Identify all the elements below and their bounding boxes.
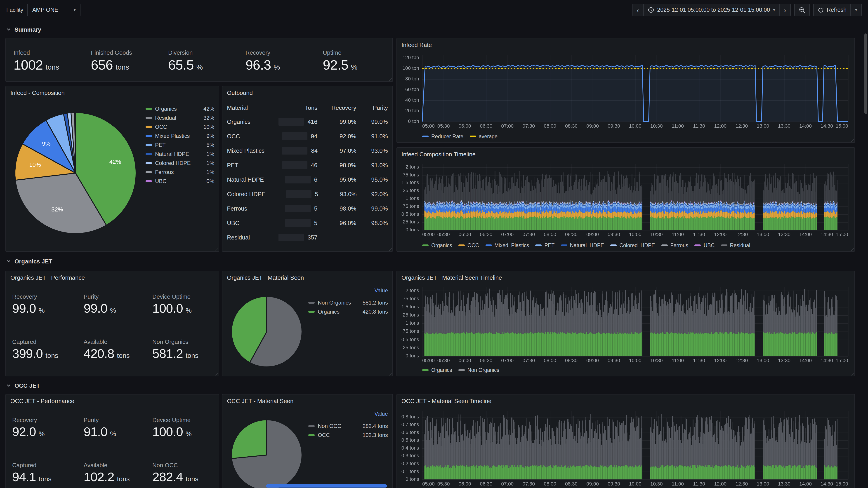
cell-purity: 93.0% [356,147,388,154]
legend-item[interactable]: Organics 42% [146,104,214,113]
legend-item[interactable]: Non Organics [458,366,499,374]
tons-bar-gauge [282,147,307,154]
legend-item[interactable]: UBC [694,242,715,249]
panel-title[interactable]: Outbound [227,90,253,96]
cell-recovery: 98.0% [317,162,356,168]
legend-item[interactable]: Ferrous [661,242,688,249]
cell-recovery: 97.0% [318,147,356,154]
table-header-row: Material Tons Recovery Purity [227,101,388,114]
legend-item[interactable]: UBC 0% [146,177,214,186]
legend-item[interactable]: OCC 10% [146,123,214,131]
cell-material: Residual [227,234,264,240]
tons-bar-gauge [285,204,311,212]
section-organics-jet[interactable]: Organics JET [6,256,53,266]
legend-item[interactable]: Colored HDPE 1% [146,159,214,168]
stat: Diversion 65.5 % [160,49,238,81]
stat-unit: % [274,63,280,71]
legend-swatch [485,245,492,246]
stat-value: 399.0 [12,347,43,361]
legend-value-header[interactable]: Value [308,411,388,417]
legend-item[interactable]: Residual 32% [146,113,214,123]
facility-select[interactable]: AMP ONE ▾ [27,4,81,16]
panel-title[interactable]: OCC JET - Material Seen Timeline [401,398,491,404]
legend-item[interactable]: Organics [422,366,452,374]
legend-item[interactable]: PET 5% [146,140,214,150]
tons-value: 94 [311,133,317,139]
panel-title[interactable]: Infeed Composition Timeline [401,151,475,158]
legend-label: PET [155,142,206,148]
legend-swatch [422,245,429,246]
stat-unit: % [196,63,203,71]
cell-recovery: 93.0% [318,191,357,197]
time-range-button[interactable]: 2025-12-01 05:00:00 to 2025-12-01 15:00:… [643,4,780,16]
organics-timeline-chart[interactable] [401,285,851,364]
column-header-recovery[interactable]: Recovery [317,104,356,111]
legend-swatch [661,245,668,246]
panel-title[interactable]: OCC JET - Material Seen [227,398,293,404]
legend-value: 1% [206,169,214,175]
column-header-purity[interactable]: Purity [356,104,388,111]
panel-title[interactable]: Organics JET - Material Seen Timeline [401,274,502,281]
legend-value-header[interactable]: Value [308,287,388,294]
pie-legend: Organics 42% Residual 32% OCC 10% Mixed … [146,104,214,186]
stat-unit: tons [117,475,130,483]
legend-item[interactable]: Natural HDPE 1% [146,150,214,159]
legend-item[interactable]: Non OCC 282.4 tons [308,422,388,431]
legend-item[interactable]: Mixed Plastics 9% [146,131,214,140]
infeed-rate-panel: Infeed Rate Reducer Rate average [397,38,855,143]
stat-label: Purity [84,417,152,423]
legend-item[interactable]: Natural_HDPE [561,242,604,249]
infeed-composition-pie-chart[interactable] [13,111,138,235]
legend-item[interactable]: average [470,133,498,140]
organics-material-seen-pie-chart[interactable] [230,295,304,369]
stat: Uptime 92.5 % [315,49,393,81]
occ-material-seen-pie-chart[interactable] [230,418,304,488]
legend-item[interactable]: Non Organics 581.2 tons [308,298,388,307]
legend-item[interactable]: Colored_HDPE [610,242,655,249]
occ-timeline-chart[interactable] [401,408,851,488]
stat-label: Captured [12,338,84,345]
panel-title[interactable]: Infeed - Composition [10,90,65,96]
stat-label: Device Uptime [152,293,214,300]
legend-item[interactable]: Organics [422,242,452,249]
stat: Infeed 1002 tons [6,49,83,81]
legend-item[interactable]: Mixed_Plastics [485,242,529,249]
stat-value: 100.0 [152,425,183,439]
time-shift-back-button[interactable]: ‹ [632,4,644,16]
facility-variable: Facility AMP ONE ▾ [6,4,81,16]
legend-item[interactable]: OCC 102.3 tons [308,431,388,440]
panel-title[interactable]: OCC JET - Performance [10,398,74,404]
panel-title[interactable]: Organics JET - Performance [10,274,85,281]
refresh-button[interactable]: Refresh [813,4,851,16]
table-row: Ferrous 5 98.0% 99.0% [227,201,388,216]
legend-label: Organics [431,242,452,248]
panel-title[interactable]: Infeed Rate [401,41,432,48]
zoom-out-button[interactable] [794,4,809,16]
infeed-rate-chart[interactable] [401,52,851,130]
column-header-material[interactable]: Material [227,104,264,111]
horizontal-scroll-indicator[interactable] [266,484,387,488]
topbar: Facility AMP ONE ▾ ‹ 2025-12-01 05:00:00… [0,0,868,20]
legend-item[interactable]: Ferrous 1% [146,168,214,177]
section-occ-jet[interactable]: OCC JET [6,381,40,390]
legend-item[interactable]: Residual [721,242,750,249]
time-shift-forward-button[interactable]: › [779,4,790,16]
refresh-interval-button[interactable]: ▾ [850,4,862,16]
composition-timeline-chart[interactable] [401,161,851,238]
panel-title[interactable]: Organics JET - Material Seen [227,274,304,281]
legend-label: average [479,134,498,139]
legend-item[interactable]: OCC [458,242,479,249]
legend-swatch [146,180,152,182]
legend-item[interactable]: Reducer Rate [422,133,463,140]
section-summary[interactable]: Summary [6,24,41,34]
column-header-tons[interactable]: Tons [264,104,317,111]
vertical-scrollbar[interactable] [864,33,867,114]
stat-label: Purity [84,293,152,300]
legend-item[interactable]: PET [535,242,555,249]
legend-item[interactable]: Organics 420.8 tons [308,307,388,316]
stat-value: 65.5 [168,57,194,73]
legend-label: Natural HDPE [155,151,206,157]
cell-purity: 99.0% [356,205,388,212]
stat-label: Available [84,462,152,468]
time-picker-group: ‹ 2025-12-01 05:00:00 to 2025-12-01 15:0… [632,4,790,16]
